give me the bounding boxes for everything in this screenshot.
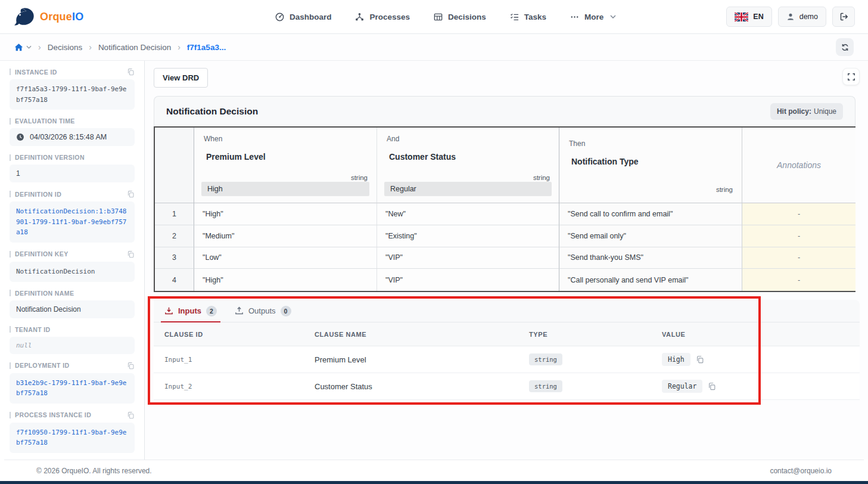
field-tenant-id: TENANT ID null	[10, 326, 135, 354]
field-definition-id: DEFINITION ID NotificationDecision:1:b37…	[10, 190, 135, 243]
dmn-row-number: 3	[155, 247, 194, 269]
breadcrumb-link-decisions[interactable]: Decisions	[48, 43, 83, 52]
nav-item-decisions[interactable]: Decisions	[434, 13, 486, 21]
decision-title: Notification Decision	[166, 106, 258, 117]
field-evaluation-time: EVALUATION TIME 04/03/2026 8:15:48 AM	[10, 117, 135, 146]
label-accent-bar	[10, 362, 11, 369]
field-label: DEFINITION ID	[15, 191, 61, 198]
field-value-link[interactable]: f7f10950-1799-11f1-9baf-9e9ebf757a18	[10, 423, 135, 453]
fullscreen-expand-icon	[847, 73, 855, 81]
label-accent-bar	[10, 290, 11, 296]
breadcrumb-separator: ›	[38, 42, 41, 52]
label-accent-bar	[10, 69, 11, 75]
io-table: CLAUSE ID CLAUSE NAME TYPE VALUE Input_1…	[154, 322, 860, 400]
processes-icon	[355, 13, 364, 21]
clock-icon	[16, 133, 24, 141]
field-label: DEFINITION KEY	[15, 250, 69, 257]
nav-menu: Dashboard Processes Decisions Tasks More	[165, 13, 726, 21]
label-accent-bar	[10, 154, 11, 161]
input-type: string	[351, 174, 368, 181]
clause-id: Input_2	[164, 383, 192, 390]
field-value: f7f1a5a3-1799-11f1-9baf-9e9ebf757a18	[10, 79, 135, 110]
user-label: demo	[799, 13, 818, 21]
dmn-cell-output: "Call personally and send VIP email"	[559, 269, 742, 291]
copy-icon[interactable]	[127, 411, 135, 419]
nav-label: Tasks	[524, 13, 546, 21]
dmn-cell-output: "Send call to confirm and email"	[559, 203, 742, 225]
io-row-cell: string	[518, 346, 651, 373]
copy-icon[interactable]	[127, 68, 135, 76]
input-name: Premium Level	[206, 152, 377, 162]
inputs-download-icon	[164, 306, 173, 315]
output-name: Notification Type	[571, 157, 742, 166]
dmn-output-header-notification-type: Then Notification Type string	[559, 128, 742, 203]
home-icon	[14, 43, 23, 52]
user-menu-button[interactable]: demo	[778, 7, 826, 27]
nav-item-processes[interactable]: Processes	[355, 13, 410, 21]
refresh-button[interactable]	[836, 38, 854, 56]
io-row-cell: Regular	[651, 373, 860, 400]
dmn-cell: "VIP"	[377, 247, 559, 269]
copy-icon[interactable]	[127, 250, 135, 258]
field-label: TENANT ID	[15, 326, 51, 333]
breadcrumb-home[interactable]	[14, 43, 32, 52]
dmn-annotations-header: Annotations	[742, 128, 855, 203]
copy-icon[interactable]	[127, 362, 135, 370]
dmn-cell-annotation: -	[742, 225, 855, 247]
dashboard-icon	[275, 13, 284, 21]
footer-contact-link[interactable]: contact@orqueio.io	[770, 467, 832, 475]
io-row-cell: string	[518, 373, 651, 400]
input-filter-value[interactable]: Regular	[384, 182, 552, 196]
breadcrumb-link-definition[interactable]: Notification Decision	[98, 43, 171, 52]
content-area: INSTANCE ID f7f1a5a3-1799-11f1-9baf-9e9e…	[0, 61, 868, 460]
copy-icon[interactable]	[127, 190, 135, 198]
nav-label: Decisions	[448, 13, 486, 21]
refresh-icon	[841, 43, 850, 52]
dmn-cell: "Medium"	[194, 225, 377, 247]
nav-label: Dashboard	[290, 13, 332, 21]
view-drd-button[interactable]: View DRD	[154, 68, 208, 88]
outputs-count-badge: 0	[281, 306, 291, 317]
dmn-row-number: 4	[155, 269, 194, 291]
field-definition-name: DEFINITION NAME Notification Decision	[10, 290, 135, 318]
input-filter-value[interactable]: High	[201, 182, 369, 196]
io-tab-bar: Inputs 2 Outputs 0	[154, 300, 860, 322]
field-value-link[interactable]: b31e2b9c-1799-11f1-9baf-9e9ebf757a18	[10, 373, 135, 404]
decision-table-card: Notification Decision Hit policy:Unique …	[154, 96, 855, 292]
nav-item-dashboard[interactable]: Dashboard	[275, 13, 332, 21]
breadcrumb-current-instance[interactable]: f7f1a5a3...	[187, 43, 226, 52]
value-badge: Regular	[662, 380, 702, 393]
clause-id: Input_1	[164, 356, 192, 364]
fullscreen-button[interactable]	[842, 68, 860, 85]
brand-logo[interactable]: OrqueIO	[13, 7, 165, 27]
field-value: 04/03/2026 8:15:48 AM	[30, 133, 107, 141]
type-badge: string	[529, 380, 562, 392]
input-name: Customer Status	[389, 152, 559, 162]
dmn-cell: "Low"	[194, 247, 377, 269]
dmn-cell: "High"	[194, 203, 377, 225]
nav-item-more[interactable]: More	[570, 13, 616, 21]
nav-item-tasks[interactable]: Tasks	[510, 13, 546, 21]
ellipsis-icon	[570, 13, 579, 21]
main-panel: View DRD Notification Decision Hit polic…	[145, 61, 868, 460]
io-row-cell: High	[651, 346, 860, 373]
label-accent-bar	[10, 326, 11, 333]
field-value: Notification Decision	[10, 300, 135, 318]
field-definition-version: DEFINITION VERSION 1	[10, 154, 135, 182]
label-accent-bar	[10, 251, 11, 257]
copy-icon[interactable]	[696, 355, 704, 364]
breadcrumb: › Decisions › Notification Decision › f7…	[0, 34, 868, 61]
field-label: DEFINITION NAME	[15, 290, 74, 297]
logout-button[interactable]	[832, 7, 855, 27]
clause-name: Customer Status	[315, 382, 372, 391]
copy-icon[interactable]	[708, 382, 716, 390]
io-panel: Inputs 2 Outputs 0 CLAUSE ID CLAUSE NAME…	[154, 300, 860, 400]
tab-outputs[interactable]: Outputs 0	[235, 300, 291, 322]
dmn-cell: "High"	[194, 269, 377, 291]
field-value-link[interactable]: NotificationDecision:1:b3748901-1799-11f…	[10, 201, 135, 243]
tab-inputs[interactable]: Inputs 2	[164, 300, 217, 322]
dmn-cell: "New"	[377, 203, 559, 225]
breadcrumb-separator: ›	[178, 42, 181, 52]
language-button[interactable]: EN	[726, 7, 771, 27]
field-label: DEPLOYMENT ID	[15, 362, 70, 369]
